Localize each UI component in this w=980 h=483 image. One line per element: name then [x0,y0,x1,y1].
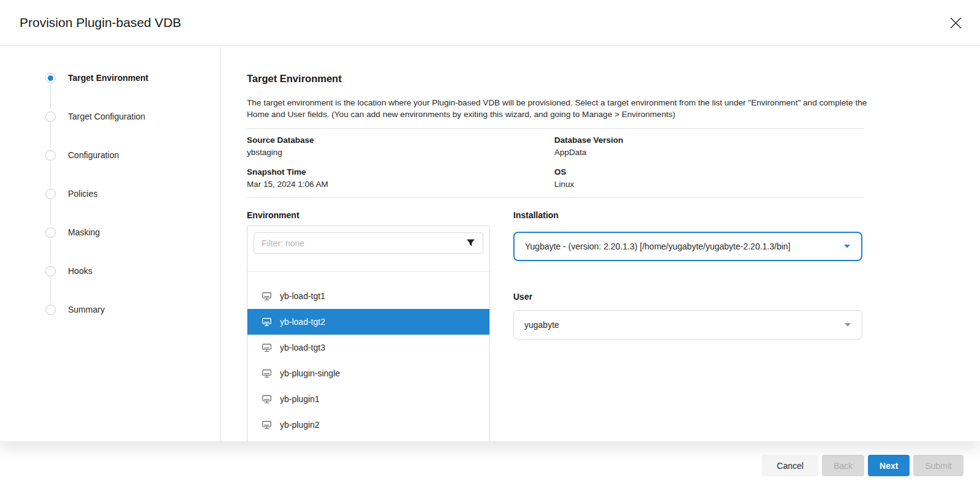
step-label: Summary [68,305,105,314]
environment-item-label: yb-load-tgt3 [280,343,325,352]
detail-label: Database Version [554,135,812,145]
step-label: Hooks [68,266,92,276]
step-connector [50,161,51,186]
detail-label: Snapshot Time [247,167,504,177]
step-masking[interactable]: Masking [45,225,100,240]
host-icon [262,292,272,301]
detail-label: Source Database [247,135,504,145]
user-select[interactable]: yugabyte [513,310,862,340]
dialog-title: Provision Plugin-based VDB [20,15,181,30]
step-connector [50,123,51,148]
step-active-dot-icon [45,73,56,83]
page-description: The target environment is the location w… [247,97,889,120]
detail-label: OS [554,167,812,177]
environment-item-label: yb-plugin2 [280,420,320,430]
environment-listbox: yb-load-tgt1 yb-load-tgt2 [247,226,490,441]
step-connector [50,277,51,302]
step-policies[interactable]: Policies [45,186,97,201]
environment-item-selected[interactable]: yb-load-tgt2 [247,309,489,335]
step-connector [50,84,51,109]
step-circle-icon [45,227,56,238]
user-label: User [513,292,532,302]
step-connector [50,238,51,264]
environment-item-label: yb-plugin1 [280,394,320,404]
detail-database-version: Database Version AppData [554,135,812,157]
detail-os: OS Linux [554,167,812,189]
detail-value: Mar 15, 2024 1:06 AM [247,180,504,189]
submit-button: Submit [913,455,963,476]
page-title: Target Environment [247,73,342,85]
environment-item[interactable]: yb-load-tgt3 [247,335,489,360]
detail-value: AppData [554,148,812,157]
environment-item-label: yb-plugin-single [280,368,340,378]
installation-label: Installation [513,210,559,220]
environment-item-label: yb-load-tgt1 [280,291,325,301]
installation-select[interactable]: Yugbayte - (version: 2.20.1.3) [/home/yu… [513,232,862,261]
step-connector [50,200,51,225]
dialog-header: Provision Plugin-based VDB [0,0,980,46]
chevron-down-icon [844,322,851,327]
divider [247,128,864,129]
step-circle-icon [45,112,56,122]
step-label: Masking [68,227,100,237]
host-icon [262,343,272,352]
step-label: Configuration [68,150,119,160]
environment-list: yb-load-tgt1 yb-load-tgt2 [247,272,489,438]
dialog-body: Target Environment Target Configuration … [0,47,980,441]
step-summary[interactable]: Summary [45,302,105,317]
step-circle-icon [45,189,56,199]
environment-item[interactable]: yb-plugin1 [247,386,489,412]
environment-item-label: yb-load-tgt2 [280,317,325,327]
environment-item[interactable]: yb-plugin-single [247,360,489,386]
host-icon [262,318,272,327]
step-circle-icon [45,266,56,276]
step-circle-icon [45,305,56,315]
step-circle-icon [45,150,56,161]
close-icon[interactable] [946,13,965,32]
environment-filter [254,232,483,254]
step-hooks[interactable]: Hooks [45,264,92,278]
environment-label: Environment [247,210,300,220]
step-label: Policies [68,189,97,199]
detail-value: ybstaging [247,148,504,157]
detail-snapshot-time: Snapshot Time Mar 15, 2024 1:06 AM [247,167,504,189]
divider [247,197,864,198]
step-configuration[interactable]: Configuration [45,148,119,162]
host-icon [262,369,272,378]
step-target-environment[interactable]: Target Environment [45,70,148,85]
host-icon [262,395,272,404]
step-label: Target Configuration [68,112,145,121]
step-target-configuration[interactable]: Target Configuration [45,109,145,124]
environment-filter-input[interactable] [254,238,466,248]
main-content: Target Environment The target environmen… [222,47,980,441]
installation-value: Yugbayte - (version: 2.20.1.3) [/home/yu… [525,242,791,251]
next-button[interactable]: Next [868,455,910,476]
step-label: Target Environment [68,73,148,83]
dialog-footer: Cancel Back Next Submit [0,441,980,483]
cancel-button[interactable]: Cancel [762,455,818,476]
environment-item[interactable]: yb-plugin2 [247,412,489,438]
chevron-down-icon [843,244,851,249]
back-button: Back [822,455,864,476]
filter-funnel-icon[interactable] [466,238,475,248]
wizard-steps-sidebar: Target Environment Target Configuration … [0,47,221,441]
detail-source-database: Source Database ybstaging [247,135,504,157]
user-value: yugabyte [524,320,559,330]
host-icon [262,420,272,430]
environment-item[interactable]: yb-load-tgt1 [247,283,489,309]
detail-value: Linux [554,180,812,189]
